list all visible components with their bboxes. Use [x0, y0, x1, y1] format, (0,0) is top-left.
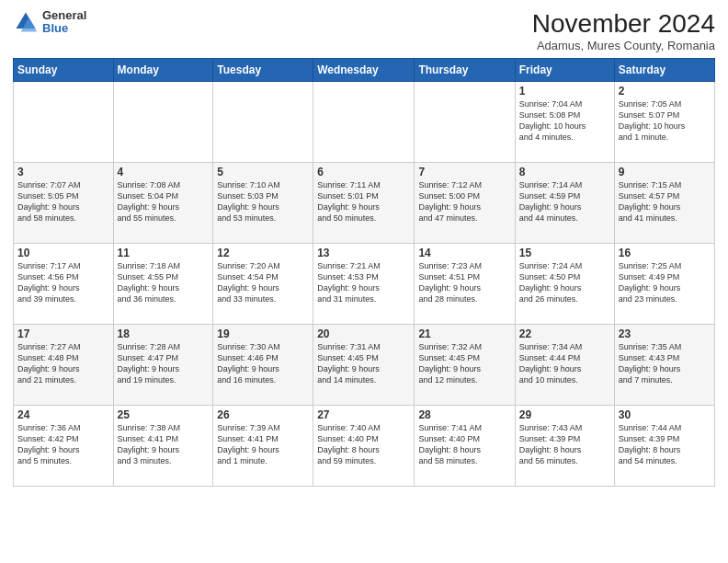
day-info: Sunrise: 7:31 AM Sunset: 4:45 PM Dayligh… — [317, 341, 410, 386]
header: General Blue November 2024 Adamus, Mures… — [13, 9, 715, 52]
day-cell: 24Sunrise: 7:36 AM Sunset: 4:42 PM Dayli… — [14, 406, 114, 487]
day-number: 7 — [418, 166, 510, 178]
day-info: Sunrise: 7:18 AM Sunset: 4:55 PM Dayligh… — [118, 260, 210, 305]
day-cell — [313, 82, 415, 163]
day-number: 18 — [118, 327, 210, 340]
day-number: 28 — [418, 408, 510, 421]
day-cell: 16Sunrise: 7:25 AM Sunset: 4:49 PM Dayli… — [614, 244, 714, 325]
week-row-2: 10Sunrise: 7:17 AM Sunset: 4:56 PM Dayli… — [14, 244, 715, 325]
day-info: Sunrise: 7:21 AM Sunset: 4:53 PM Dayligh… — [317, 260, 410, 305]
day-cell: 13Sunrise: 7:21 AM Sunset: 4:53 PM Dayli… — [313, 244, 415, 325]
day-number: 14 — [418, 247, 510, 259]
day-info: Sunrise: 7:38 AM Sunset: 4:41 PM Dayligh… — [118, 422, 210, 467]
day-cell: 22Sunrise: 7:34 AM Sunset: 4:44 PM Dayli… — [515, 325, 614, 406]
day-cell: 8Sunrise: 7:14 AM Sunset: 4:59 PM Daylig… — [515, 163, 614, 244]
day-number: 26 — [217, 408, 309, 421]
day-number: 2 — [619, 85, 711, 98]
day-info: Sunrise: 7:35 AM Sunset: 4:43 PM Dayligh… — [619, 341, 711, 386]
day-number: 8 — [519, 166, 610, 178]
day-info: Sunrise: 7:08 AM Sunset: 5:04 PM Dayligh… — [118, 179, 210, 224]
day-cell: 15Sunrise: 7:24 AM Sunset: 4:50 PM Dayli… — [515, 244, 614, 325]
day-info: Sunrise: 7:41 AM Sunset: 4:40 PM Dayligh… — [418, 422, 510, 467]
day-number: 24 — [17, 408, 109, 421]
day-cell — [14, 82, 114, 163]
day-cell: 9Sunrise: 7:15 AM Sunset: 4:57 PM Daylig… — [614, 163, 714, 244]
day-info: Sunrise: 7:43 AM Sunset: 4:39 PM Dayligh… — [519, 422, 610, 467]
day-number: 5 — [217, 166, 309, 178]
day-info: Sunrise: 7:24 AM Sunset: 4:50 PM Dayligh… — [519, 260, 610, 305]
day-cell: 6Sunrise: 7:11 AM Sunset: 5:01 PM Daylig… — [313, 163, 415, 244]
day-cell: 23Sunrise: 7:35 AM Sunset: 4:43 PM Dayli… — [614, 325, 714, 406]
day-info: Sunrise: 7:20 AM Sunset: 4:54 PM Dayligh… — [217, 260, 309, 305]
day-number: 25 — [118, 408, 210, 421]
col-header-thursday: Thursday — [415, 59, 515, 82]
day-info: Sunrise: 7:05 AM Sunset: 5:07 PM Dayligh… — [619, 98, 711, 144]
day-info: Sunrise: 7:23 AM Sunset: 4:51 PM Dayligh… — [418, 260, 510, 305]
week-row-3: 17Sunrise: 7:27 AM Sunset: 4:48 PM Dayli… — [14, 325, 715, 406]
day-cell: 1Sunrise: 7:04 AM Sunset: 5:08 PM Daylig… — [515, 82, 614, 163]
logo-blue: Blue — [42, 22, 86, 35]
col-header-wednesday: Wednesday — [313, 59, 415, 82]
day-number: 29 — [519, 408, 610, 421]
day-number: 16 — [619, 247, 711, 259]
day-cell: 12Sunrise: 7:20 AM Sunset: 4:54 PM Dayli… — [213, 244, 313, 325]
day-cell: 26Sunrise: 7:39 AM Sunset: 4:41 PM Dayli… — [213, 406, 313, 487]
day-cell — [415, 82, 515, 163]
day-cell: 28Sunrise: 7:41 AM Sunset: 4:40 PM Dayli… — [415, 406, 515, 487]
day-cell: 20Sunrise: 7:31 AM Sunset: 4:45 PM Dayli… — [313, 325, 415, 406]
day-info: Sunrise: 7:36 AM Sunset: 4:42 PM Dayligh… — [17, 422, 109, 467]
day-number: 4 — [118, 166, 210, 178]
day-number: 20 — [317, 327, 410, 340]
week-row-4: 24Sunrise: 7:36 AM Sunset: 4:42 PM Dayli… — [14, 406, 715, 487]
day-info: Sunrise: 7:15 AM Sunset: 4:57 PM Dayligh… — [619, 179, 711, 224]
day-cell: 4Sunrise: 7:08 AM Sunset: 5:04 PM Daylig… — [113, 163, 213, 244]
day-info: Sunrise: 7:34 AM Sunset: 4:44 PM Dayligh… — [519, 341, 610, 386]
day-info: Sunrise: 7:32 AM Sunset: 4:45 PM Dayligh… — [418, 341, 510, 386]
day-cell: 30Sunrise: 7:44 AM Sunset: 4:39 PM Dayli… — [614, 406, 714, 487]
day-info: Sunrise: 7:27 AM Sunset: 4:48 PM Dayligh… — [17, 341, 109, 386]
day-number: 1 — [519, 85, 610, 98]
day-info: Sunrise: 7:10 AM Sunset: 5:03 PM Dayligh… — [217, 179, 309, 224]
day-number: 19 — [217, 327, 309, 340]
day-number: 3 — [17, 166, 109, 178]
day-info: Sunrise: 7:11 AM Sunset: 5:01 PM Dayligh… — [317, 179, 410, 224]
week-row-0: 1Sunrise: 7:04 AM Sunset: 5:08 PM Daylig… — [14, 82, 715, 163]
day-cell: 18Sunrise: 7:28 AM Sunset: 4:47 PM Dayli… — [113, 325, 213, 406]
month-title: November 2024 — [532, 9, 715, 39]
day-info: Sunrise: 7:14 AM Sunset: 4:59 PM Dayligh… — [519, 179, 610, 224]
day-cell: 19Sunrise: 7:30 AM Sunset: 4:46 PM Dayli… — [213, 325, 313, 406]
logo-icon — [13, 9, 39, 35]
col-header-saturday: Saturday — [614, 59, 714, 82]
calendar: SundayMondayTuesdayWednesdayThursdayFrid… — [13, 58, 715, 487]
col-header-friday: Friday — [515, 59, 614, 82]
day-info: Sunrise: 7:12 AM Sunset: 5:00 PM Dayligh… — [418, 179, 510, 224]
day-cell: 10Sunrise: 7:17 AM Sunset: 4:56 PM Dayli… — [14, 244, 114, 325]
day-cell: 5Sunrise: 7:10 AM Sunset: 5:03 PM Daylig… — [213, 163, 313, 244]
day-info: Sunrise: 7:39 AM Sunset: 4:41 PM Dayligh… — [217, 422, 309, 467]
logo-general: General — [42, 9, 86, 22]
page: General Blue November 2024 Adamus, Mures… — [0, 0, 728, 563]
day-cell: 21Sunrise: 7:32 AM Sunset: 4:45 PM Dayli… — [415, 325, 515, 406]
day-info: Sunrise: 7:40 AM Sunset: 4:40 PM Dayligh… — [317, 422, 410, 467]
day-number: 9 — [619, 166, 711, 178]
day-number: 27 — [317, 408, 410, 421]
day-number: 21 — [418, 327, 510, 340]
day-number: 11 — [118, 247, 210, 259]
logo-text: General Blue — [42, 9, 86, 36]
title-area: November 2024 Adamus, Mures County, Roma… — [532, 9, 715, 52]
day-info: Sunrise: 7:04 AM Sunset: 5:08 PM Dayligh… — [519, 98, 610, 144]
subtitle: Adamus, Mures County, Romania — [532, 39, 715, 52]
week-row-1: 3Sunrise: 7:07 AM Sunset: 5:05 PM Daylig… — [14, 163, 715, 244]
day-info: Sunrise: 7:07 AM Sunset: 5:05 PM Dayligh… — [17, 179, 109, 224]
col-header-monday: Monday — [113, 59, 213, 82]
day-cell: 7Sunrise: 7:12 AM Sunset: 5:00 PM Daylig… — [415, 163, 515, 244]
day-number: 10 — [17, 247, 109, 259]
day-number: 30 — [619, 408, 711, 421]
col-header-sunday: Sunday — [14, 59, 114, 82]
header-row: SundayMondayTuesdayWednesdayThursdayFrid… — [14, 59, 715, 82]
day-cell: 27Sunrise: 7:40 AM Sunset: 4:40 PM Dayli… — [313, 406, 415, 487]
day-cell — [113, 82, 213, 163]
day-cell: 29Sunrise: 7:43 AM Sunset: 4:39 PM Dayli… — [515, 406, 614, 487]
day-number: 15 — [519, 247, 610, 259]
day-info: Sunrise: 7:17 AM Sunset: 4:56 PM Dayligh… — [17, 260, 109, 305]
